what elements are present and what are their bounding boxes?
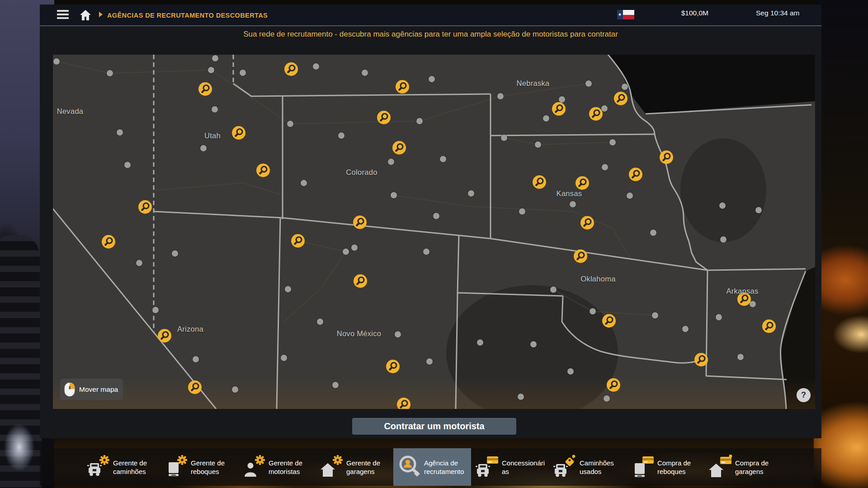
agency-marker-icon[interactable] bbox=[198, 82, 212, 96]
agency-marker-icon[interactable] bbox=[659, 150, 674, 164]
toolbar-tab-house-gear[interactable]: Gerente de garagens bbox=[316, 448, 393, 486]
city-dot bbox=[652, 312, 658, 319]
city-dot bbox=[200, 145, 207, 151]
agency-marker-icon[interactable] bbox=[580, 216, 594, 230]
agency-marker-icon[interactable] bbox=[552, 102, 566, 116]
agency-marker-icon[interactable] bbox=[613, 91, 628, 106]
city-dot bbox=[682, 326, 689, 332]
person-magnifier-icon bbox=[397, 454, 421, 480]
agency-marker-icon[interactable] bbox=[157, 328, 172, 343]
city-dot bbox=[429, 76, 435, 82]
city-dot bbox=[650, 230, 656, 236]
agency-marker-icon[interactable] bbox=[573, 249, 588, 263]
state-label: Arizona bbox=[177, 325, 203, 333]
agency-marker-icon[interactable] bbox=[395, 80, 410, 94]
toolbar-tab-label: Compra de reboques bbox=[657, 459, 702, 476]
agency-marker-icon[interactable] bbox=[386, 359, 400, 374]
city-dot bbox=[193, 356, 199, 362]
city-dot bbox=[719, 202, 726, 209]
city-dot bbox=[53, 58, 60, 65]
city-dot bbox=[362, 70, 368, 76]
city-dot bbox=[416, 118, 423, 124]
toolbar-tab-label: Gerente de caminhões bbox=[113, 459, 157, 476]
agency-marker-icon[interactable] bbox=[694, 352, 708, 367]
texas-flag-icon: ★ bbox=[617, 10, 634, 19]
toolbar-tab-truck-gear[interactable]: Gerente de caminhões bbox=[82, 448, 160, 486]
toolbar-tab-label: Compra de garagens bbox=[735, 459, 779, 476]
agency-marker-icon[interactable] bbox=[628, 167, 643, 182]
toolbar-tab-label: Gerente de reboques bbox=[191, 459, 235, 476]
toolbar-tab-person-magnifier[interactable]: Agência de recrutamento bbox=[393, 448, 471, 486]
agency-marker-icon[interactable] bbox=[532, 175, 547, 189]
agency-marker-icon[interactable] bbox=[231, 126, 246, 140]
agency-marker-icon[interactable] bbox=[256, 163, 270, 178]
city-dot bbox=[172, 250, 178, 257]
city-dot bbox=[287, 121, 293, 127]
truck-gear-icon bbox=[86, 454, 110, 480]
breadcrumb: AGÊNCIAS DE RECRUTAMENTO DESCOBERTAS bbox=[107, 12, 268, 19]
agency-marker-icon[interactable] bbox=[575, 176, 590, 190]
agency-marker-icon[interactable] bbox=[353, 274, 368, 288]
agency-marker-icon[interactable] bbox=[396, 397, 411, 409]
home-icon[interactable] bbox=[80, 9, 91, 21]
city-dot bbox=[622, 84, 628, 90]
truck-card-icon bbox=[475, 454, 499, 480]
agency-marker-icon[interactable] bbox=[392, 141, 406, 155]
city-dot bbox=[426, 358, 433, 365]
mouse-icon bbox=[64, 382, 75, 397]
agency-marker-icon[interactable] bbox=[353, 215, 367, 230]
state-label: Utah bbox=[204, 131, 221, 140]
agency-marker-icon[interactable] bbox=[606, 378, 621, 392]
city-dot bbox=[604, 395, 610, 402]
toolbar-tab-trailer-gear[interactable]: Gerente de reboques bbox=[160, 448, 238, 486]
city-dot bbox=[388, 159, 394, 165]
help-button[interactable]: ? bbox=[797, 388, 811, 402]
city-dot bbox=[136, 260, 142, 266]
toolbar-tab-house-card[interactable]: Compra de garagens bbox=[704, 448, 782, 486]
toolbar-tab-label: Gerente de motoristas bbox=[269, 459, 313, 476]
city-dot bbox=[627, 192, 633, 199]
city-dot bbox=[212, 106, 218, 113]
agency-marker-icon[interactable] bbox=[284, 62, 298, 76]
toolbar-tab-label: Agência de recrutamento bbox=[424, 459, 468, 476]
city-dot bbox=[755, 207, 762, 213]
agency-marker-icon[interactable] bbox=[101, 235, 116, 249]
toolbar-tab-trailer-card[interactable]: Compra de reboques bbox=[627, 448, 704, 486]
city-dot bbox=[107, 70, 113, 76]
agency-marker-icon[interactable] bbox=[377, 110, 391, 125]
toolbar-tab-person-gear[interactable]: Gerente de motoristas bbox=[238, 448, 316, 486]
toolbar-tab-truck-tag[interactable]: Caminhões usados bbox=[549, 448, 627, 486]
city-dot bbox=[152, 307, 159, 313]
state-label: Arkansas bbox=[726, 287, 758, 296]
agency-marker-icon[interactable] bbox=[589, 107, 603, 121]
agency-marker-icon[interactable] bbox=[762, 319, 776, 333]
city-dot bbox=[518, 394, 524, 400]
agency-marker-icon[interactable] bbox=[291, 234, 305, 248]
trailer-card-icon bbox=[630, 454, 655, 480]
city-dot bbox=[567, 368, 574, 375]
agency-marker-icon[interactable] bbox=[138, 200, 152, 214]
truck-tag-icon bbox=[552, 454, 577, 480]
panel-subtitle: Sua rede de recrutamento - descubra mais… bbox=[40, 30, 821, 39]
city-dot bbox=[301, 180, 307, 186]
city-dot bbox=[720, 236, 726, 243]
state-label: Kansas bbox=[557, 189, 582, 198]
state-label: Nebraska bbox=[516, 79, 549, 88]
recruitment-map[interactable]: NevadaUtahColoradoNebraskaKansasOklahoma… bbox=[53, 55, 815, 409]
agency-marker-icon[interactable] bbox=[188, 380, 202, 394]
city-dot bbox=[212, 55, 218, 61]
toolbar-tab-truck-card[interactable]: Concessionárias bbox=[471, 448, 549, 486]
city-dot bbox=[423, 249, 429, 255]
person-gear-icon bbox=[241, 454, 266, 480]
city-dot bbox=[281, 355, 287, 361]
city-dot bbox=[433, 213, 439, 219]
trailer-gear-icon bbox=[164, 454, 188, 480]
hire-driver-button[interactable]: Contratar um motorista bbox=[352, 418, 516, 435]
agency-marker-icon[interactable] bbox=[602, 314, 616, 328]
city-dot bbox=[338, 132, 344, 139]
menu-icon[interactable] bbox=[57, 9, 69, 20]
player-money: $100,0M bbox=[656, 9, 708, 17]
city-dot bbox=[585, 80, 592, 87]
city-dot bbox=[124, 162, 131, 168]
move-map-hint[interactable]: Mover mapa bbox=[60, 379, 123, 400]
